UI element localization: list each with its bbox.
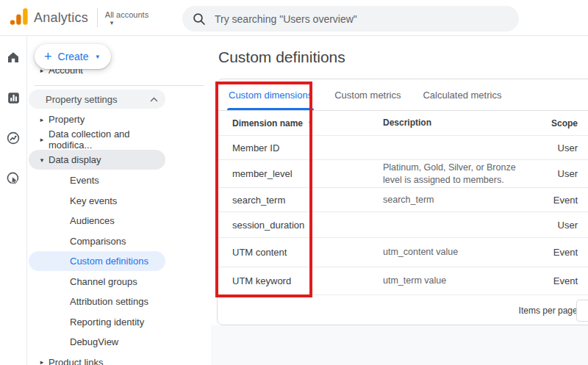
custom-definitions-card: Custom dimensions Custom metrics Calcula… xyxy=(217,79,588,325)
sidebar-item-label: Channel groups xyxy=(70,276,137,287)
chevron-down-icon: ▾ xyxy=(110,20,114,26)
sidebar-item-label: Audiences xyxy=(70,215,115,226)
table-row: UTM content utm_content value Event xyxy=(218,238,588,267)
explore-icon[interactable] xyxy=(5,130,21,146)
sidebar-item-label: Comparisons xyxy=(70,236,126,247)
search-icon xyxy=(193,12,206,26)
sidebar-item-label: Property xyxy=(49,114,85,125)
reports-icon[interactable] xyxy=(5,90,21,106)
sidebar-item-data-display[interactable]: ▾ Data display xyxy=(29,150,165,170)
table-row: UTM keyword utm_term value Event xyxy=(218,267,588,295)
sidebar-item-key-events[interactable]: Key events xyxy=(27,191,165,211)
scope-cell: User xyxy=(534,220,581,231)
analytics-app-window: Analytics All accounts ▾ xyxy=(0,0,588,365)
sort-ascending-icon: ↑ xyxy=(307,118,312,129)
sidebar-item-label: Key events xyxy=(70,195,117,206)
sidebar-item-audiences[interactable]: Audiences xyxy=(27,211,165,231)
table-footer: Items per page: xyxy=(218,295,588,325)
sidebar-item-comparisons[interactable]: Comparisons xyxy=(27,231,165,251)
chevron-right-icon: ▸ xyxy=(35,116,49,123)
description-cell: utm_term value xyxy=(383,275,534,287)
chevron-down-icon: ▾ xyxy=(96,53,100,60)
column-header-label: Dimension name xyxy=(232,118,303,129)
scope-cell: User xyxy=(534,142,581,153)
search-input[interactable] xyxy=(215,13,494,25)
column-header-scope: Scope xyxy=(534,118,581,129)
advertising-icon[interactable] xyxy=(5,170,21,187)
tab-bar: Custom dimensions Custom metrics Calcula… xyxy=(218,79,588,111)
left-navigation-rail xyxy=(0,36,27,365)
table-row: search_term search_term Event xyxy=(218,188,588,212)
dimension-name-cell: UTM keyword xyxy=(232,275,383,286)
dimension-name-cell: UTM content xyxy=(232,247,383,258)
dimension-name-cell: Member ID xyxy=(232,142,383,153)
chevron-up-icon xyxy=(150,97,158,102)
account-switcher-label: All accounts xyxy=(105,10,148,19)
page-title: Custom definitions xyxy=(218,48,345,66)
sidebar-item-reporting-identity[interactable]: Reporting identity xyxy=(27,312,165,332)
content-background xyxy=(211,325,588,365)
scope-cell: User xyxy=(534,168,581,179)
table-row: session_duration User xyxy=(218,212,588,238)
chevron-down-icon: ▾ xyxy=(35,156,49,164)
tab-custom-metrics[interactable]: Custom metrics xyxy=(333,79,402,110)
items-per-page-label: Items per page: xyxy=(519,306,580,316)
create-button[interactable]: + Create ▾ xyxy=(35,44,111,69)
sidebar-item-label: Reporting identity xyxy=(70,317,144,328)
sidebar-item-custom-definitions[interactable]: Custom definitions xyxy=(29,251,165,271)
plus-icon: + xyxy=(44,50,52,63)
sidebar-item-label: Product links xyxy=(49,357,103,365)
sidebar-item-events[interactable]: Events xyxy=(27,170,165,190)
brand-name: Analytics xyxy=(34,10,88,26)
description-cell: utm_content value xyxy=(383,246,534,259)
description-cell: search_term xyxy=(383,194,534,206)
chevron-right-icon: ▸ xyxy=(35,136,49,143)
settings-sidebar: + Create ▾ ▸ Account Property settings ▸… xyxy=(27,36,211,365)
dimension-name-cell: search_term xyxy=(232,195,383,206)
home-icon[interactable] xyxy=(5,49,21,65)
sidebar-item-debugview[interactable]: DebugView xyxy=(27,332,165,352)
sidebar-section-property-settings[interactable]: Property settings xyxy=(29,90,165,109)
topbar-divider xyxy=(97,8,98,27)
scope-cell: Event xyxy=(534,247,581,258)
scope-cell: Event xyxy=(534,275,581,286)
sidebar-item-label: DebugView xyxy=(70,336,118,347)
account-switcher[interactable]: All accounts ▾ xyxy=(105,10,148,26)
sidebar-item-channel-groups[interactable]: Channel groups xyxy=(27,272,165,292)
items-per-page-select[interactable] xyxy=(576,300,588,322)
scope-cell: Event xyxy=(534,195,581,206)
sidebar-item-property[interactable]: ▸ Property xyxy=(27,109,165,129)
sidebar-item-label: Data collection and modifica... xyxy=(49,129,165,151)
tab-calculated-metrics[interactable]: Calculated metrics xyxy=(421,79,503,110)
sidebar-item-label: Events xyxy=(70,175,99,186)
sidebar-divider xyxy=(35,85,204,86)
table-header-row: Dimension name↑ Description Scope xyxy=(218,111,588,136)
top-app-bar: Analytics All accounts ▾ xyxy=(0,0,588,36)
dimension-name-cell: session_duration xyxy=(232,220,383,231)
google-analytics-logo-icon xyxy=(9,7,29,29)
table-row: Member ID User xyxy=(218,136,588,160)
create-button-label: Create xyxy=(58,51,89,62)
sidebar-item-attribution-settings[interactable]: Attribution settings xyxy=(27,292,165,311)
tab-custom-dimensions[interactable]: Custom dimensions xyxy=(227,79,314,110)
sidebar-item-label: Custom definitions xyxy=(70,256,148,267)
description-cell: Platinum, Gold, Silver, or Bronze level … xyxy=(383,162,534,187)
global-search-bar[interactable] xyxy=(182,6,519,32)
sidebar-item-product-links[interactable]: ▸ Product links xyxy=(27,353,165,365)
sidebar-item-label: Attribution settings xyxy=(70,296,148,307)
column-header-description: Description xyxy=(383,117,534,129)
sidebar-item-label: Data display xyxy=(49,154,101,165)
chevron-right-icon: ▸ xyxy=(35,358,49,365)
dimension-name-cell: member_level xyxy=(232,168,383,179)
table-row: member_level Platinum, Gold, Silver, or … xyxy=(218,160,588,188)
sidebar-item-data-collection[interactable]: ▸ Data collection and modifica... xyxy=(27,129,165,149)
analytics-home-link[interactable]: Analytics xyxy=(9,7,88,29)
column-header-dimension-name[interactable]: Dimension name↑ xyxy=(232,118,383,129)
section-header-label: Property settings xyxy=(46,94,118,105)
